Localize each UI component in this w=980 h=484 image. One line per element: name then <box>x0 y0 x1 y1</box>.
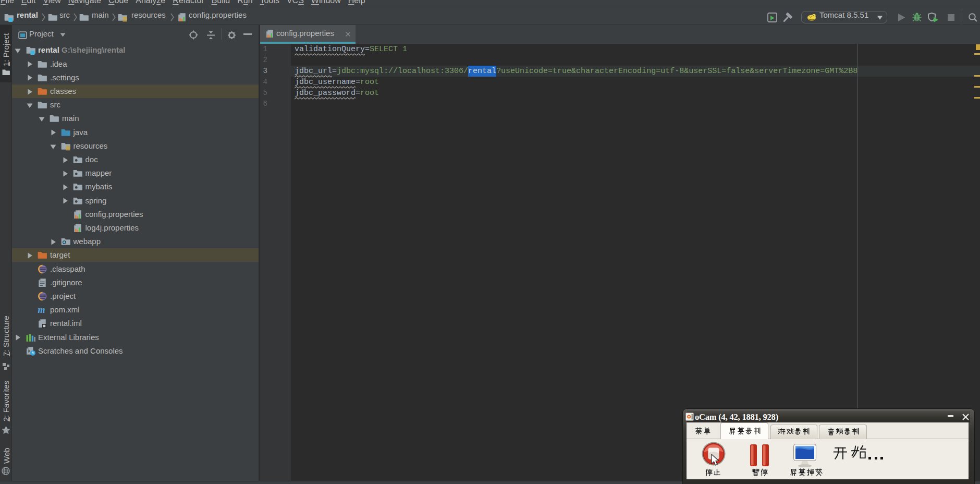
svg-text:m: m <box>38 305 45 314</box>
